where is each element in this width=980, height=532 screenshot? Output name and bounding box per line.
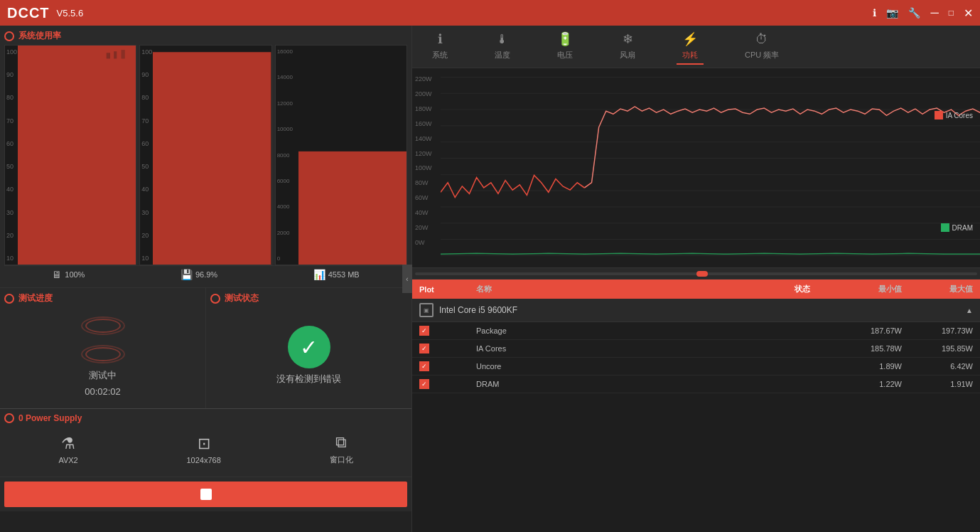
resolution-control[interactable]: ⊡ 1024x768	[186, 435, 220, 464]
expand-arrow-icon[interactable]: ▲	[966, 307, 973, 314]
collapse-button[interactable]: ‹	[402, 265, 412, 293]
row-plot-ia-cores: ✓	[419, 344, 476, 353]
dram-legend: DRAM	[941, 223, 973, 232]
right-panel: ℹ 系统 🌡 温度 🔋 电压 ❄ 风扇 ⚡ 功耗 ⏱ CPU 频率	[412, 26, 980, 532]
col-plot-header: Plot	[419, 284, 476, 294]
fan-tab-icon: ❄	[623, 31, 633, 47]
ram-percent-chart: 10090807060 5040302010	[139, 45, 271, 265]
resolution-label: 1024x768	[186, 456, 220, 464]
svg-rect-2	[114, 51, 117, 58]
cpu-y-labels: 10090807060 5040302010	[6, 48, 17, 262]
tab-cpu-freq[interactable]: ⏱ CPU 频率	[739, 29, 785, 65]
scrollbar-track[interactable]	[415, 272, 977, 275]
cpu-group-header: ▣ Intel Core i5 9600KF ▲	[412, 299, 980, 322]
avx2-icon: ⚗	[61, 435, 75, 453]
pulse-ring-4	[81, 345, 125, 363]
tab-system[interactable]: ℹ 系统	[426, 28, 453, 65]
camera-icon[interactable]: 📷	[886, 7, 898, 18]
windowed-label: 窗口化	[330, 454, 353, 465]
info-icon[interactable]: ℹ	[873, 7, 876, 18]
check-circle-icon: ✓	[288, 326, 330, 368]
tab-power[interactable]: ⚡ 功耗	[677, 28, 704, 65]
row-min-uncore: 1.89W	[831, 362, 902, 371]
pulse-animation	[78, 315, 128, 365]
cpu-freq-tab-icon: ⏱	[755, 32, 768, 47]
row-min-dram: 1.22W	[831, 380, 902, 388]
stop-button-area	[0, 477, 411, 511]
resolution-icon: ⊡	[198, 435, 210, 453]
dram-checkbox[interactable]: ✓	[419, 379, 429, 389]
ia-cores-legend-box	[935, 111, 943, 119]
row-plot-package: ✓	[419, 326, 476, 336]
app-version: V5.5.6	[57, 8, 84, 18]
scrollbar-area[interactable]	[412, 267, 980, 279]
row-min-package: 187.67W	[831, 326, 902, 335]
cpu-percent-value: 100%	[65, 270, 85, 279]
ia-cores-legend: IA Cores	[935, 111, 973, 119]
test-status-content: ✓ 没有检测到错误	[210, 307, 407, 404]
test-status-header: 测试状态	[210, 292, 407, 304]
test-progress-content: 测试中 00:02:02	[4, 307, 201, 404]
windowed-icon: ⧉	[335, 433, 347, 452]
stop-button[interactable]	[4, 482, 407, 507]
tab-temperature[interactable]: 🌡 温度	[489, 29, 516, 65]
dram-legend-box	[941, 223, 949, 232]
fan-tab-label: 风扇	[620, 50, 635, 60]
row-name-package: Package	[476, 326, 774, 335]
power-supply-header: 0 Power Supply	[4, 413, 407, 423]
cpu-chip-icon: ▣	[419, 303, 434, 317]
close-button[interactable]: ✕	[964, 6, 973, 20]
scrollbar-thumb[interactable]	[696, 271, 708, 277]
minimize-button[interactable]: ─	[930, 6, 938, 19]
svg-rect-5	[298, 151, 406, 265]
ram-percent-value: 96.9%	[195, 270, 217, 279]
chart-stats: 🖥 100% 💾 96.9% 📊 4553 MB	[4, 265, 407, 283]
ram-mb-y-labels: 16000140001200010000 80006000400020000	[277, 48, 293, 262]
tab-voltage[interactable]: 🔋 电压	[551, 28, 578, 65]
maximize-button[interactable]: □	[949, 8, 954, 18]
window-controls: ℹ 📷 🔧 ─ □ ✕	[873, 6, 973, 20]
svg-rect-4	[153, 52, 271, 265]
status-dot	[210, 294, 220, 304]
uncore-checkbox[interactable]: ✓	[419, 361, 429, 371]
tab-fan[interactable]: ❄ 风扇	[614, 28, 641, 65]
col-name-header: 名称	[476, 284, 774, 294]
dram-legend-label: DRAM	[952, 224, 973, 232]
col-max-header: 最大值	[902, 284, 973, 294]
ram-mb-stat: 📊 4553 MB	[313, 269, 360, 280]
section-dot	[4, 31, 14, 41]
system-tab-icon: ℹ	[438, 31, 443, 47]
ram-y-labels: 10090807060 5040302010	[141, 48, 152, 262]
main-container: 系统使用率 10090807060 5040302010	[0, 26, 980, 532]
power-chart-area: 220W 200W 180W 160W 140W 120W 100W 80W 6…	[412, 68, 980, 267]
test-timer: 00:02:02	[85, 386, 121, 397]
test-progress-section: 测试进度 测试中 00:02:02	[0, 288, 206, 408]
ram-mb-chart: 16000140001200010000 80006000400020000	[275, 45, 407, 265]
cpu-freq-tab-label: CPU 频率	[745, 50, 779, 60]
system-usage-header: 系统使用率	[4, 30, 407, 42]
power-dot	[4, 413, 14, 423]
row-min-ia-cores: 185.78W	[831, 344, 902, 353]
row-name-ia-cores: IA Cores	[476, 344, 774, 353]
system-usage-section: 系统使用率 10090807060 5040302010	[0, 26, 411, 287]
svg-rect-3	[122, 50, 125, 58]
row-plot-dram: ✓	[419, 379, 476, 389]
power-chart-svg	[441, 68, 980, 267]
test-status-section: 测试状态 ✓ 没有检测到错误	[206, 288, 411, 408]
voltage-tab-label: 电压	[557, 50, 573, 60]
settings-icon[interactable]: 🔧	[908, 7, 920, 18]
progress-dot	[4, 294, 14, 304]
ia-cores-legend-label: IA Cores	[946, 112, 973, 119]
ia-cores-checkbox[interactable]: ✓	[419, 344, 429, 353]
avx2-control[interactable]: ⚗ AVX2	[58, 435, 77, 464]
row-name-uncore: Uncore	[476, 362, 774, 371]
row-max-uncore: 6.42W	[902, 362, 973, 371]
cpu-group-label: Intel Core i5 9600KF	[439, 305, 517, 315]
package-checkbox[interactable]: ✓	[419, 326, 429, 336]
tab-bar: ℹ 系统 🌡 温度 🔋 电压 ❄ 风扇 ⚡ 功耗 ⏱ CPU 频率	[412, 26, 980, 68]
table-row: ✓ IA Cores 185.78W 195.85W	[412, 340, 980, 358]
windowed-control[interactable]: ⧉ 窗口化	[330, 433, 353, 465]
row-max-ia-cores: 195.85W	[902, 344, 973, 353]
table-row: ✓ Uncore 1.89W 6.42W	[412, 358, 980, 376]
table-row: ✓ DRAM 1.22W 1.91W	[412, 376, 980, 393]
